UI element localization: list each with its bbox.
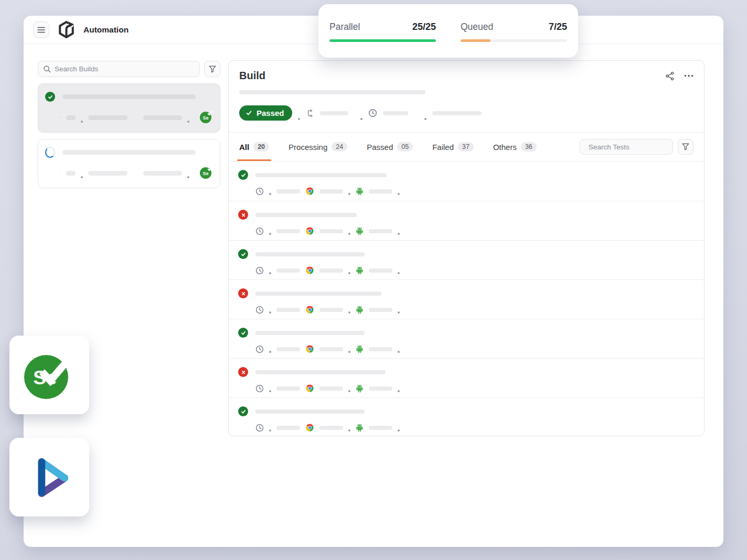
skeleton-meta: [276, 229, 300, 233]
clock-icon: [255, 384, 264, 393]
tab-processing[interactable]: Processing24: [289, 133, 347, 161]
test-row[interactable]: [229, 319, 704, 358]
concurrency-card: Parallel 25/25 Queued 7/25: [318, 4, 578, 58]
test-row[interactable]: [229, 358, 704, 397]
page-background: Automation: [0, 0, 747, 560]
chrome-icon: [305, 187, 314, 196]
dot-separator: [424, 118, 426, 120]
dot-separator: [348, 311, 350, 314]
playback-logo-card: [9, 438, 89, 516]
tab-all[interactable]: All20: [239, 133, 269, 161]
chrome-icon: [305, 305, 314, 314]
share-button[interactable]: [665, 71, 675, 81]
hamburger-icon: [37, 27, 45, 33]
dot-separator: [398, 233, 400, 235]
check-icon: [240, 172, 247, 178]
skeleton-meta: [276, 189, 300, 193]
test-row[interactable]: [229, 397, 704, 436]
x-icon: [240, 369, 247, 375]
skeleton-meta: [276, 308, 300, 312]
dot-separator: [348, 233, 350, 235]
skeleton-build-subtitle: [239, 90, 425, 94]
tab-count-badge: 36: [521, 142, 537, 152]
filter-icon: [681, 143, 690, 151]
test-row[interactable]: [229, 240, 704, 279]
test-row[interactable]: [229, 161, 704, 201]
build-status-icon: [45, 147, 55, 157]
chrome-icon: [305, 344, 314, 353]
build-card[interactable]: Se: [38, 83, 220, 133]
test-status-icon: [238, 170, 248, 180]
skeleton-meta: [143, 115, 182, 120]
tab-count-badge: 20: [253, 142, 269, 152]
skeleton-meta: [319, 189, 343, 193]
tab-count-badge: 05: [397, 142, 413, 152]
skeleton-meta: [319, 386, 343, 391]
check-icon: [240, 408, 247, 415]
android-icon: [356, 187, 364, 196]
more-options-button[interactable]: [684, 74, 693, 77]
skeleton-meta: [432, 111, 482, 115]
chrome-icon: [305, 423, 314, 432]
dot-separator: [348, 390, 350, 392]
skeleton-meta: [369, 189, 392, 193]
tab-count-badge: 37: [458, 142, 474, 152]
status-badge: Passed: [239, 105, 292, 121]
search-builds-box: [38, 61, 200, 77]
app-logo-icon: [57, 20, 76, 39]
parallel-label: Parallel: [329, 21, 360, 33]
x-icon: [240, 212, 247, 218]
test-row[interactable]: [229, 279, 704, 319]
dot-separator: [348, 351, 350, 353]
tab-failed[interactable]: Failed37: [432, 133, 474, 161]
skeleton-meta: [369, 386, 392, 391]
dot-separator: [398, 429, 400, 432]
clock-icon: [255, 424, 264, 432]
chrome-icon: [305, 384, 314, 393]
skeleton-meta: [369, 347, 392, 351]
skeleton-meta: [143, 171, 182, 176]
filter-tests-button[interactable]: [678, 139, 693, 155]
skeleton-meta: [319, 347, 343, 351]
dot-separator: [269, 272, 271, 274]
test-status-icon: [238, 249, 248, 259]
search-tests-input[interactable]: [589, 143, 681, 151]
ellipsis-icon: [684, 74, 693, 77]
skeleton-meta: [66, 171, 76, 176]
dot-separator: [187, 176, 189, 178]
dot-separator: [398, 272, 400, 274]
tab-others[interactable]: Others36: [493, 133, 537, 161]
skeleton-meta: [369, 308, 392, 312]
parallel-progress-fill: [329, 39, 436, 42]
branch-icon: [60, 169, 61, 177]
skeleton-meta: [88, 115, 127, 120]
dot-separator: [81, 121, 83, 123]
test-row[interactable]: [229, 201, 704, 240]
build-status-icon: [45, 92, 55, 102]
hamburger-menu-button[interactable]: [33, 21, 49, 38]
dot-separator: [269, 429, 271, 432]
test-status-icon: [238, 406, 248, 416]
tab-passed[interactable]: Passed05: [367, 133, 413, 161]
build-card[interactable]: Se: [38, 139, 220, 188]
skeleton-meta: [276, 426, 300, 430]
x-icon: [240, 290, 247, 297]
check-icon: [240, 251, 247, 257]
dot-separator: [398, 351, 400, 353]
android-icon: [356, 305, 364, 314]
skeleton-test-name: [255, 213, 357, 217]
search-builds-input[interactable]: [55, 65, 195, 73]
app-window: Automation: [24, 16, 723, 547]
check-icon: [240, 330, 247, 336]
skeleton-meta: [319, 426, 343, 430]
dot-separator: [298, 118, 300, 120]
dot-separator: [348, 193, 350, 195]
filter-builds-button[interactable]: [204, 61, 220, 77]
check-icon: [246, 110, 252, 116]
build-panel: Build: [228, 60, 705, 436]
skeleton-test-name: [255, 252, 365, 256]
tests-tabs: All20 Processing24 Passed05 Failed37: [239, 133, 537, 161]
android-icon: [356, 227, 364, 235]
skeleton-meta: [276, 386, 300, 391]
dot-separator: [398, 311, 400, 314]
